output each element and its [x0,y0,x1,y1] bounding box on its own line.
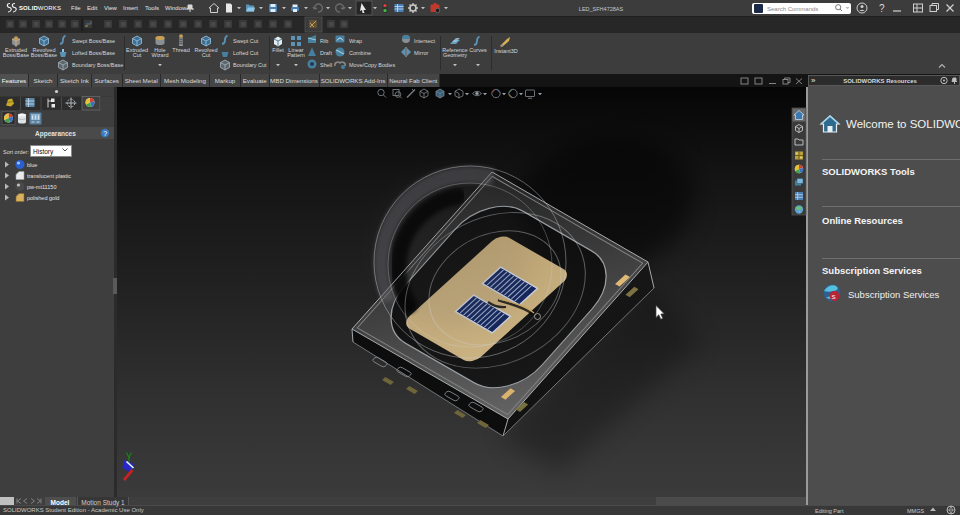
svg-text:?: ? [879,3,885,14]
svg-text:S: S [832,294,836,300]
svg-text:?: ? [103,130,107,137]
